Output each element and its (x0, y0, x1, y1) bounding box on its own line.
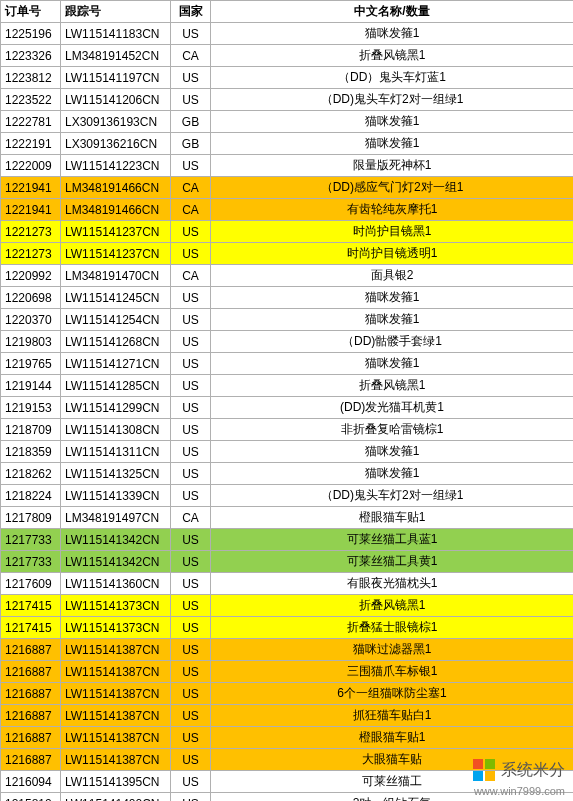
cell-order: 1223522 (1, 89, 61, 111)
cell-country: CA (171, 265, 211, 287)
cell-country: US (171, 485, 211, 507)
table-row: 1216887LW115141387CNUS6个一组猫咪防尘塞1 (1, 683, 574, 705)
cell-track: LX309136216CN (61, 133, 171, 155)
cell-name: 抓狂猫车贴白1 (211, 705, 574, 727)
cell-order: 1217415 (1, 617, 61, 639)
table-row: 1223522LW115141206CNUS（DD)鬼头车灯2对一组绿1 (1, 89, 574, 111)
cell-order: 1218359 (1, 441, 61, 463)
cell-country: US (171, 529, 211, 551)
cell-name: 限量版死神杯1 (211, 155, 574, 177)
cell-order: 1218262 (1, 463, 61, 485)
cell-country: US (171, 705, 211, 727)
cell-name: 可莱丝猫工 (211, 771, 574, 793)
cell-name: （DD)骷髅手套绿1 (211, 331, 574, 353)
cell-order: 1216887 (1, 749, 61, 771)
cell-order: 1218224 (1, 485, 61, 507)
cell-name: 折叠风镜黑1 (211, 45, 574, 67)
cell-country: US (171, 683, 211, 705)
cell-track: LW115141223CN (61, 155, 171, 177)
cell-country: CA (171, 45, 211, 67)
cell-order: 1217609 (1, 573, 61, 595)
cell-order: 1217733 (1, 551, 61, 573)
table-row: 1217415LW115141373CNUS折叠猛士眼镜棕1 (1, 617, 574, 639)
header-country: 国家 (171, 1, 211, 23)
cell-track: LM348191466CN (61, 177, 171, 199)
cell-name: （DD)感应气门灯2对一组1 (211, 177, 574, 199)
cell-name: 时尚护目镜透明1 (211, 243, 574, 265)
cell-name: 有齿轮纯灰摩托1 (211, 199, 574, 221)
cell-track: LW115141197CN (61, 67, 171, 89)
cell-order: 1218709 (1, 419, 61, 441)
cell-country: CA (171, 177, 211, 199)
cell-order: 1222009 (1, 155, 61, 177)
cell-order: 1219765 (1, 353, 61, 375)
table-row: 1217809LM348191497CNCA橙眼猫车贴1 (1, 507, 574, 529)
table-row: 1216887LW115141387CNUS猫咪过滤器黑1 (1, 639, 574, 661)
cell-name: 大眼猫车贴 (211, 749, 574, 771)
cell-track: LM348191452CN (61, 45, 171, 67)
table-row: 1220370LW115141254CNUS猫咪发箍1 (1, 309, 574, 331)
cell-order: 1220992 (1, 265, 61, 287)
table-row: 1217733LW115141342CNUS可莱丝猫工具蓝1 (1, 529, 574, 551)
cell-name: 猫咪发箍1 (211, 309, 574, 331)
cell-name: 橙眼猫车贴1 (211, 507, 574, 529)
cell-country: US (171, 661, 211, 683)
cell-track: LW115141387CN (61, 661, 171, 683)
cell-order: 1217733 (1, 529, 61, 551)
table-row: 1215810LW115141400CNUS2对一组钻石气 (1, 793, 574, 802)
cell-country: US (171, 617, 211, 639)
cell-order: 1216887 (1, 705, 61, 727)
table-row: 1222191LX309136216CNGB猫咪发箍1 (1, 133, 574, 155)
cell-order: 1219803 (1, 331, 61, 353)
cell-track: LW115141325CN (61, 463, 171, 485)
table-row: 1221273LW115141237CNUS时尚护目镜透明1 (1, 243, 574, 265)
cell-country: CA (171, 199, 211, 221)
table-row: 1218262LW115141325CNUS猫咪发箍1 (1, 463, 574, 485)
cell-order: 1220698 (1, 287, 61, 309)
cell-name: 橙眼猫车贴1 (211, 727, 574, 749)
cell-track: LW115141308CN (61, 419, 171, 441)
cell-country: US (171, 353, 211, 375)
cell-order: 1223812 (1, 67, 61, 89)
table-row: 1218359LW115141311CNUS猫咪发箍1 (1, 441, 574, 463)
cell-country: GB (171, 133, 211, 155)
header-name: 中文名称/数量 (211, 1, 574, 23)
cell-track: LW115141268CN (61, 331, 171, 353)
cell-track: LW115141395CN (61, 771, 171, 793)
cell-country: US (171, 771, 211, 793)
table-row: 1217733LW115141342CNUS可莱丝猫工具黄1 (1, 551, 574, 573)
table-row: 1216887LW115141387CNUS三围猫爪车标银1 (1, 661, 574, 683)
cell-country: US (171, 331, 211, 353)
cell-name: 猫咪过滤器黑1 (211, 639, 574, 661)
table-row: 1216094LW115141395CNUS可莱丝猫工 (1, 771, 574, 793)
cell-track: LW115141387CN (61, 639, 171, 661)
cell-country: US (171, 595, 211, 617)
cell-country: US (171, 727, 211, 749)
cell-order: 1216887 (1, 639, 61, 661)
cell-track: LW115141245CN (61, 287, 171, 309)
cell-track: LW115141183CN (61, 23, 171, 45)
cell-name: 2对一组钻石气 (211, 793, 574, 802)
table-row: 1220992LM348191470CNCA面具银2 (1, 265, 574, 287)
cell-name: 三围猫爪车标银1 (211, 661, 574, 683)
cell-name: 猫咪发箍1 (211, 111, 574, 133)
cell-name: 折叠猛士眼镜棕1 (211, 617, 574, 639)
table-row: 1221273LW115141237CNUS时尚护目镜黑1 (1, 221, 574, 243)
table-row: 1217609LW115141360CNUS有眼夜光猫枕头1 (1, 573, 574, 595)
cell-track: LW115141271CN (61, 353, 171, 375)
cell-name: 折叠风镜黑1 (211, 375, 574, 397)
cell-country: US (171, 243, 211, 265)
cell-track: LW115141342CN (61, 551, 171, 573)
cell-name: (DD)发光猫耳机黄1 (211, 397, 574, 419)
cell-track: LW115141373CN (61, 595, 171, 617)
cell-name: 有眼夜光猫枕头1 (211, 573, 574, 595)
cell-name: 猫咪发箍1 (211, 463, 574, 485)
table-row: 1219153LW115141299CNUS(DD)发光猫耳机黄1 (1, 397, 574, 419)
header-order: 订单号 (1, 1, 61, 23)
cell-track: LW115141311CN (61, 441, 171, 463)
cell-name: 猫咪发箍1 (211, 441, 574, 463)
cell-order: 1225196 (1, 23, 61, 45)
cell-order: 1222781 (1, 111, 61, 133)
cell-order: 1220370 (1, 309, 61, 331)
cell-order: 1222191 (1, 133, 61, 155)
